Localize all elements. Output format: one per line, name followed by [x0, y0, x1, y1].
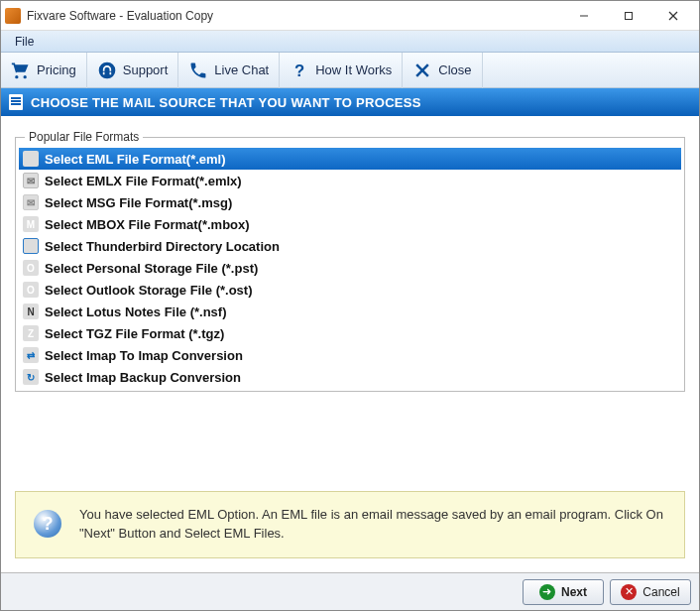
- howitworks-button[interactable]: ? How It Works: [280, 53, 403, 88]
- next-label: Next: [561, 585, 587, 599]
- format-item-ost[interactable]: Select Outlook Storage File (*.ost): [19, 279, 681, 301]
- svg-text:?: ?: [294, 61, 304, 79]
- close-button[interactable]: Close: [403, 53, 482, 88]
- cancel-x-icon: ✕: [621, 584, 637, 600]
- headset-icon: [97, 61, 117, 80]
- format-item-label: Select EMLX File Format(*.emlx): [45, 174, 242, 188]
- format-item-msg[interactable]: Select MSG File Format(*.msg): [19, 191, 681, 213]
- format-item-bak[interactable]: Select Imap Backup Conversion: [19, 366, 681, 388]
- minimize-button[interactable]: [561, 2, 606, 30]
- format-item-imap[interactable]: Select Imap To Imap Conversion: [19, 344, 681, 366]
- section-header: CHOOSE THE MAIL SOURCE THAT YOU WANT TO …: [1, 88, 699, 116]
- support-button[interactable]: Support: [87, 53, 179, 88]
- next-button[interactable]: ➜ Next: [523, 579, 604, 605]
- formats-legend: Popular File Formats: [25, 130, 143, 144]
- next-arrow-icon: ➜: [539, 584, 555, 600]
- footer: ➜ Next ✕ Cancel: [1, 572, 699, 610]
- cancel-button[interactable]: ✕ Cancel: [610, 579, 691, 605]
- titlebar: Fixvare Software - Evaluation Copy: [1, 1, 699, 31]
- bak-icon: [23, 369, 39, 385]
- svg-rect-1: [625, 12, 632, 19]
- format-list: Select EML File Format(*.eml)Select EMLX…: [19, 148, 681, 388]
- pst-icon: [23, 260, 39, 276]
- phone-icon: [188, 61, 208, 80]
- menubar: File: [1, 31, 699, 53]
- window-title: Fixvare Software - Evaluation Copy: [27, 9, 561, 23]
- info-message: You have selected EML Option. An EML fil…: [79, 506, 666, 544]
- tb-icon: [23, 238, 39, 254]
- section-header-text: CHOOSE THE MAIL SOURCE THAT YOU WANT TO …: [31, 95, 421, 110]
- info-panel: ? You have selected EML Option. An EML f…: [15, 491, 685, 558]
- format-item-label: Select Thunderbird Directory Location: [45, 239, 280, 254]
- mbox-icon: [23, 216, 39, 232]
- format-item-label: Select Imap To Imap Conversion: [45, 348, 243, 363]
- imap-icon: [23, 347, 39, 363]
- cart-icon: [11, 61, 31, 80]
- emlx-icon: [23, 173, 39, 188]
- pricing-label: Pricing: [37, 62, 76, 77]
- format-item-eml[interactable]: Select EML File Format(*.eml): [19, 148, 681, 170]
- format-item-nsf[interactable]: Select Lotus Notes File (*.nsf): [19, 301, 681, 322]
- format-item-mbox[interactable]: Select MBOX File Format(*.mbox): [19, 213, 681, 235]
- howitworks-label: How It Works: [315, 62, 392, 77]
- x-icon: [412, 61, 432, 80]
- document-icon: [9, 94, 23, 110]
- tgz-icon: [23, 325, 39, 341]
- format-item-label: Select Lotus Notes File (*.nsf): [45, 305, 226, 319]
- format-item-tgz[interactable]: Select TGZ File Format (*.tgz): [19, 322, 681, 344]
- app-icon: [5, 8, 21, 24]
- close-label: Close: [438, 62, 471, 77]
- format-item-label: Select TGZ File Format (*.tgz): [45, 326, 224, 341]
- msg-icon: [23, 194, 39, 210]
- formats-fieldset: Popular File Formats Select EML File For…: [15, 130, 685, 392]
- support-label: Support: [123, 62, 169, 77]
- info-question-icon: ?: [34, 510, 61, 538]
- format-item-label: Select EML File Format(*.eml): [45, 152, 226, 167]
- pricing-button[interactable]: Pricing: [1, 53, 87, 88]
- livechat-button[interactable]: Live Chat: [178, 53, 280, 88]
- format-item-label: Select Personal Storage File (*.pst): [45, 261, 258, 276]
- format-item-emlx[interactable]: Select EMLX File Format(*.emlx): [19, 170, 681, 191]
- format-item-pst[interactable]: Select Personal Storage File (*.pst): [19, 257, 681, 279]
- format-item-tb[interactable]: Select Thunderbird Directory Location: [19, 235, 681, 257]
- format-item-label: Select Outlook Storage File (*.ost): [45, 283, 252, 298]
- format-item-label: Select Imap Backup Conversion: [45, 370, 241, 385]
- ost-icon: [23, 282, 39, 298]
- toolbar: Pricing Support Live Chat ? How It Works…: [1, 53, 699, 88]
- content-area: Popular File Formats Select EML File For…: [1, 116, 699, 572]
- format-item-label: Select MBOX File Format(*.mbox): [45, 217, 250, 232]
- format-item-label: Select MSG File Format(*.msg): [45, 195, 232, 210]
- window-controls: [561, 2, 695, 30]
- eml-icon: [23, 151, 39, 167]
- close-window-button[interactable]: [650, 2, 695, 30]
- livechat-label: Live Chat: [214, 62, 269, 77]
- nsf-icon: [23, 304, 39, 319]
- svg-point-4: [98, 61, 115, 78]
- question-icon: ?: [290, 61, 309, 80]
- maximize-button[interactable]: [606, 2, 650, 30]
- cancel-label: Cancel: [642, 585, 679, 599]
- menu-file[interactable]: File: [7, 33, 42, 51]
